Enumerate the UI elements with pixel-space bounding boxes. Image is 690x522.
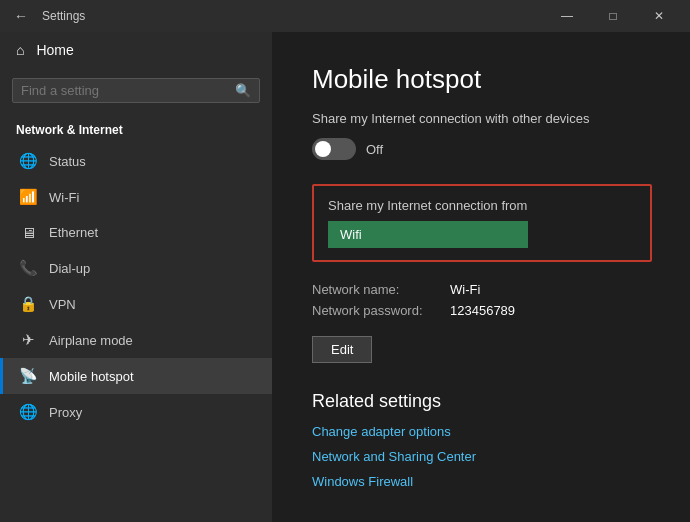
sidebar-item-airplane[interactable]: ✈ Airplane mode bbox=[0, 322, 272, 358]
content-area: Mobile hotspot Share my Internet connect… bbox=[272, 32, 690, 522]
sidebar-item-vpn-label: VPN bbox=[49, 297, 76, 312]
network-name-value: Wi-Fi bbox=[450, 282, 480, 297]
sidebar-item-hotspot-label: Mobile hotspot bbox=[49, 369, 134, 384]
toggle-row: Off bbox=[312, 138, 650, 160]
share-toggle[interactable] bbox=[312, 138, 356, 160]
title-bar-title: Settings bbox=[42, 9, 85, 23]
change-adapter-link[interactable]: Change adapter options bbox=[312, 424, 650, 439]
sidebar-item-dialup[interactable]: 📞 Dial-up bbox=[0, 250, 272, 286]
share-internet-label: Share my Internet connection with other … bbox=[312, 111, 650, 126]
page-title: Mobile hotspot bbox=[312, 64, 650, 95]
sidebar: ⌂ Home 🔍 Network & Internet 🌐 Status 📶 W… bbox=[0, 32, 272, 522]
maximize-button[interactable]: □ bbox=[590, 0, 636, 32]
windows-firewall-link[interactable]: Windows Firewall bbox=[312, 474, 650, 489]
sidebar-search[interactable]: 🔍 bbox=[12, 78, 260, 103]
toggle-knob bbox=[315, 141, 331, 157]
vpn-icon: 🔒 bbox=[19, 295, 37, 313]
dialup-icon: 📞 bbox=[19, 259, 37, 277]
network-password-label: Network password: bbox=[312, 303, 442, 318]
search-icon: 🔍 bbox=[235, 83, 251, 98]
airplane-icon: ✈ bbox=[19, 331, 37, 349]
status-icon: 🌐 bbox=[19, 152, 37, 170]
app-body: ⌂ Home 🔍 Network & Internet 🌐 Status 📶 W… bbox=[0, 32, 690, 522]
wifi-icon: 📶 bbox=[19, 188, 37, 206]
sidebar-item-airplane-label: Airplane mode bbox=[49, 333, 133, 348]
hotspot-icon: 📡 bbox=[19, 367, 37, 385]
edit-button[interactable]: Edit bbox=[312, 336, 372, 363]
sidebar-item-ethernet-label: Ethernet bbox=[49, 225, 98, 240]
share-from-label: Share my Internet connection from bbox=[328, 198, 636, 213]
ethernet-icon: 🖥 bbox=[19, 224, 37, 241]
sidebar-item-wifi[interactable]: 📶 Wi-Fi bbox=[0, 179, 272, 215]
sidebar-item-wifi-label: Wi-Fi bbox=[49, 190, 79, 205]
toggle-state-label: Off bbox=[366, 142, 383, 157]
network-info: Network name: Wi-Fi Network password: 12… bbox=[312, 282, 650, 318]
minimize-button[interactable]: — bbox=[544, 0, 590, 32]
home-icon: ⌂ bbox=[16, 42, 24, 58]
title-bar-controls: — □ ✕ bbox=[544, 0, 682, 32]
title-bar: ← Settings — □ ✕ bbox=[0, 0, 690, 32]
sidebar-item-status[interactable]: 🌐 Status bbox=[0, 143, 272, 179]
sidebar-item-home[interactable]: ⌂ Home bbox=[0, 32, 272, 68]
sidebar-item-ethernet[interactable]: 🖥 Ethernet bbox=[0, 215, 272, 250]
sidebar-item-vpn[interactable]: 🔒 VPN bbox=[0, 286, 272, 322]
share-from-section: Share my Internet connection from Wifi bbox=[312, 184, 652, 262]
sidebar-home-label: Home bbox=[36, 42, 73, 58]
share-from-dropdown[interactable]: Wifi bbox=[328, 221, 528, 248]
sidebar-item-dialup-label: Dial-up bbox=[49, 261, 90, 276]
back-button[interactable]: ← bbox=[8, 6, 34, 26]
search-input[interactable] bbox=[21, 83, 227, 98]
network-password-row: Network password: 123456789 bbox=[312, 303, 650, 318]
sidebar-item-status-label: Status bbox=[49, 154, 86, 169]
network-name-row: Network name: Wi-Fi bbox=[312, 282, 650, 297]
related-settings-title: Related settings bbox=[312, 391, 650, 412]
close-button[interactable]: ✕ bbox=[636, 0, 682, 32]
sidebar-item-hotspot[interactable]: 📡 Mobile hotspot bbox=[0, 358, 272, 394]
proxy-icon: 🌐 bbox=[19, 403, 37, 421]
network-name-label: Network name: bbox=[312, 282, 442, 297]
network-password-value: 123456789 bbox=[450, 303, 515, 318]
sidebar-item-proxy-label: Proxy bbox=[49, 405, 82, 420]
sidebar-item-proxy[interactable]: 🌐 Proxy bbox=[0, 394, 272, 430]
network-sharing-link[interactable]: Network and Sharing Center bbox=[312, 449, 650, 464]
sidebar-section-label: Network & Internet bbox=[0, 117, 272, 143]
title-bar-left: ← Settings bbox=[8, 6, 85, 26]
